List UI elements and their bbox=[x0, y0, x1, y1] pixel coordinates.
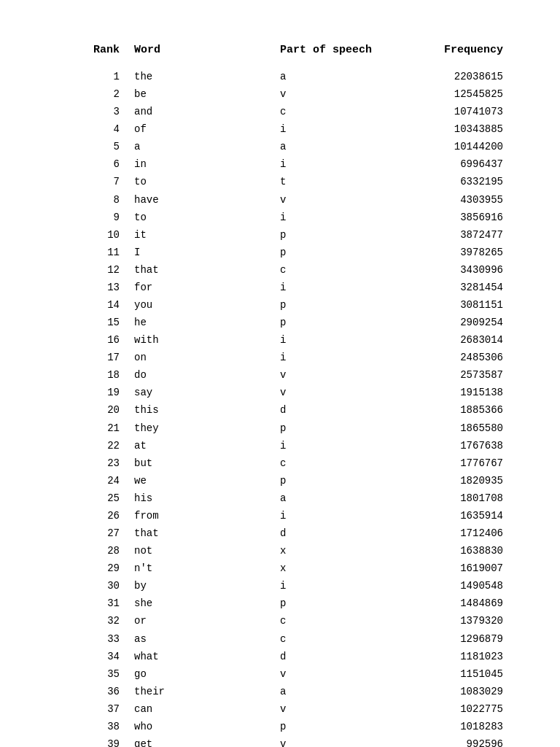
cell-word: with bbox=[131, 331, 277, 349]
cell-freq: 992596 bbox=[394, 735, 503, 747]
cell-rank: 19 bbox=[44, 384, 131, 401]
cell-pos: p bbox=[277, 718, 394, 735]
cell-word: or bbox=[131, 612, 277, 630]
cell-freq: 1767638 bbox=[394, 437, 503, 454]
cell-freq: 2573587 bbox=[394, 366, 503, 384]
cell-word: for bbox=[131, 279, 277, 296]
cell-rank: 14 bbox=[44, 296, 131, 314]
table-row: 18dov2573587 bbox=[44, 366, 516, 384]
cell-freq: 10741073 bbox=[394, 103, 503, 120]
cell-pos: p bbox=[277, 595, 394, 612]
table-header: Rank Word Part of speech Frequency bbox=[44, 44, 516, 56]
cell-rank: 38 bbox=[44, 718, 131, 735]
cell-pos: i bbox=[277, 331, 394, 349]
table-row: 8havev4303955 bbox=[44, 191, 516, 209]
cell-pos: i bbox=[277, 437, 394, 454]
cell-pos: i bbox=[277, 507, 394, 525]
cell-pos: c bbox=[277, 612, 394, 630]
cell-pos: i bbox=[277, 279, 394, 296]
table-row: 35gov1151045 bbox=[44, 665, 516, 683]
cell-rank: 35 bbox=[44, 665, 131, 683]
table-row: 24wep1820935 bbox=[44, 472, 516, 489]
cell-word: as bbox=[131, 630, 277, 648]
table-row: 5aa10144200 bbox=[44, 138, 516, 155]
table-row: 12thatc3430996 bbox=[44, 261, 516, 279]
table-row: 16withi2683014 bbox=[44, 331, 516, 349]
cell-rank: 17 bbox=[44, 349, 131, 366]
cell-freq: 1885366 bbox=[394, 401, 503, 419]
table-row: 23butc1776767 bbox=[44, 454, 516, 472]
table-row: 36theira1083029 bbox=[44, 683, 516, 700]
cell-rank: 9 bbox=[44, 209, 131, 226]
cell-freq: 3856916 bbox=[394, 209, 503, 226]
table-row: 3andc10741073 bbox=[44, 103, 516, 120]
cell-pos: i bbox=[277, 155, 394, 173]
cell-freq: 22038615 bbox=[394, 68, 503, 85]
table-row: 37canv1022775 bbox=[44, 700, 516, 718]
table-row: 20thisd1885366 bbox=[44, 401, 516, 419]
table-row: 26fromi1635914 bbox=[44, 507, 516, 525]
table-row: 15hep2909254 bbox=[44, 314, 516, 331]
table-row: 28notx1638830 bbox=[44, 542, 516, 560]
cell-word: go bbox=[131, 665, 277, 683]
cell-pos: v bbox=[277, 665, 394, 683]
cell-rank: 15 bbox=[44, 314, 131, 331]
cell-rank: 23 bbox=[44, 454, 131, 472]
cell-word: at bbox=[131, 437, 277, 454]
cell-rank: 36 bbox=[44, 683, 131, 700]
table-row: 27thatd1712406 bbox=[44, 525, 516, 542]
cell-word: a bbox=[131, 138, 277, 155]
cell-pos: d bbox=[277, 525, 394, 542]
table-row: 9toi3856916 bbox=[44, 209, 516, 226]
table-row: 17oni2485306 bbox=[44, 349, 516, 366]
cell-freq: 1296879 bbox=[394, 630, 503, 648]
cell-freq: 1181023 bbox=[394, 648, 503, 665]
cell-rank: 12 bbox=[44, 261, 131, 279]
cell-word: can bbox=[131, 700, 277, 718]
cell-pos: v bbox=[277, 384, 394, 401]
cell-freq: 1865580 bbox=[394, 419, 503, 437]
table-row: 22ati1767638 bbox=[44, 437, 516, 454]
cell-pos: a bbox=[277, 489, 394, 507]
table-row: 14youp3081151 bbox=[44, 296, 516, 314]
cell-word: by bbox=[131, 577, 277, 595]
cell-word: the bbox=[131, 68, 277, 85]
cell-pos: p bbox=[277, 244, 394, 261]
cell-pos: i bbox=[277, 120, 394, 138]
cell-rank: 20 bbox=[44, 401, 131, 419]
cell-pos: p bbox=[277, 419, 394, 437]
cell-pos: c bbox=[277, 103, 394, 120]
cell-pos: v bbox=[277, 85, 394, 103]
cell-rank: 37 bbox=[44, 700, 131, 718]
cell-word: to bbox=[131, 209, 277, 226]
cell-freq: 1151045 bbox=[394, 665, 503, 683]
cell-pos: d bbox=[277, 648, 394, 665]
cell-rank: 2 bbox=[44, 85, 131, 103]
cell-freq: 12545825 bbox=[394, 85, 503, 103]
cell-word: say bbox=[131, 384, 277, 401]
cell-pos: x bbox=[277, 560, 394, 577]
cell-freq: 10343885 bbox=[394, 120, 503, 138]
cell-freq: 1820935 bbox=[394, 472, 503, 489]
cell-word: I bbox=[131, 244, 277, 261]
cell-freq: 1022775 bbox=[394, 700, 503, 718]
cell-word: have bbox=[131, 191, 277, 209]
table-row: 33asc1296879 bbox=[44, 630, 516, 648]
cell-pos: c bbox=[277, 261, 394, 279]
cell-word: she bbox=[131, 595, 277, 612]
cell-rank: 32 bbox=[44, 612, 131, 630]
cell-freq: 6332195 bbox=[394, 173, 503, 190]
cell-rank: 29 bbox=[44, 560, 131, 577]
cell-rank: 8 bbox=[44, 191, 131, 209]
cell-pos: p bbox=[277, 226, 394, 244]
cell-word: be bbox=[131, 85, 277, 103]
cell-freq: 1712406 bbox=[394, 525, 503, 542]
cell-pos: c bbox=[277, 630, 394, 648]
cell-rank: 27 bbox=[44, 525, 131, 542]
cell-word: this bbox=[131, 401, 277, 419]
table-row: 25hisa1801708 bbox=[44, 489, 516, 507]
cell-rank: 4 bbox=[44, 120, 131, 138]
table-row: 39getv992596 bbox=[44, 735, 516, 747]
cell-word: they bbox=[131, 419, 277, 437]
cell-rank: 28 bbox=[44, 542, 131, 560]
